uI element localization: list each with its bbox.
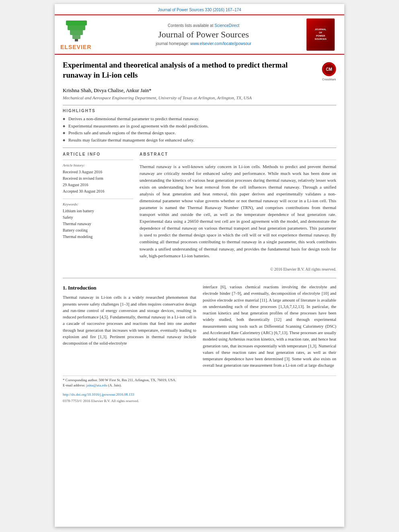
footnote-section: * Corresponding author. 500 W First St, …: [63, 376, 336, 403]
svg-rect-4: [66, 21, 87, 25]
divider-article-info: [63, 160, 133, 160]
divider-before-body: [63, 278, 336, 278]
abstract-text: Thermal runaway is a well-known safety c…: [140, 163, 336, 272]
received-date: Received 3 August 2016: [63, 169, 133, 175]
divider-keywords: [63, 199, 133, 199]
crossmark-badge[interactable]: CM CrossMark: [322, 62, 336, 81]
keywords-label: Keywords:: [63, 202, 133, 206]
abstract-label: ABSTRACT: [140, 152, 336, 156]
journal-thumbnail-area: JOURNAL OF POWER SOURCES: [306, 18, 339, 51]
article-page: Journal of Power Sources 330 (2016) 167–…: [55, 4, 344, 527]
article-info-abstract-cols: ARTICLE INFO Article history: Received 3…: [63, 152, 336, 272]
elsevier-brand-text: ELSEVIER: [60, 44, 91, 50]
accepted-date: Accepted 30 August 2016: [63, 188, 133, 195]
article-title: Experimental and theoretical analysis of…: [63, 60, 318, 80]
journal-citation-link[interactable]: Journal of Power Sources 330 (2016) 167–…: [158, 8, 241, 12]
elsevier-tree-icon: [60, 19, 93, 43]
intro-heading: 1. Introduction: [63, 284, 196, 292]
authors-line: Krishna Shah, Divya Chalise, Ankur Jain*: [63, 87, 336, 94]
keywords-section: Keywords: Lithium ion battery Safety The…: [63, 202, 133, 240]
journal-homepage: journal homepage: www.elsevier.com/locat…: [105, 41, 302, 46]
science-direct-text: Contents lists available at ScienceDirec…: [105, 23, 302, 28]
body-col-right: interface [6], various chemical reaction…: [203, 284, 336, 372]
highlight-item: Experimental measurements are in good ag…: [63, 123, 336, 129]
article-history: Received 3 August 2016 Received in revis…: [63, 169, 133, 195]
journal-title-area: Contents lists available at ScienceDirec…: [101, 23, 306, 46]
article-info-label: ARTICLE INFO: [63, 152, 133, 156]
elsevier-logo-area: ELSEVIER: [60, 19, 101, 50]
history-label: Article history:: [63, 163, 133, 167]
affiliation-line: Mechanical and Aerospace Engineering Dep…: [63, 95, 336, 100]
received-revised-label: Received in revised form: [63, 175, 133, 182]
science-direct-link[interactable]: ScienceDirect: [214, 23, 239, 28]
journal-cover-thumb: JOURNAL OF POWER SOURCES: [306, 18, 335, 51]
keyword-4: Battery cooling: [63, 227, 133, 234]
highlights-list: Derives a non-dimensional thermal parame…: [63, 115, 336, 144]
body-cols: 1. Introduction Thermal runaway in Li-io…: [63, 284, 336, 372]
footnote-corresponding: * Corresponding author. 500 W First St, …: [63, 378, 336, 383]
keyword-5: Thermal modeling: [63, 234, 133, 240]
abstract-col: ABSTRACT Thermal runaway is a well-known…: [140, 152, 336, 272]
highlight-item: Derives a non-dimensional thermal parame…: [63, 115, 336, 122]
crossmark-icon: CM: [322, 62, 336, 76]
highlights-label: HIGHLIGHTS: [63, 109, 336, 113]
revised-date: 29 August 2016: [63, 182, 133, 188]
highlight-item: Results may facilitate thermal managemen…: [63, 137, 336, 144]
intro-para1: Thermal runaway in Li-ion cells is a wid…: [63, 294, 196, 347]
svg-rect-2: [70, 29, 83, 35]
highlight-item: Predicts safe and unsafe regions of the …: [63, 129, 336, 136]
divider-after-affiliation: [63, 105, 336, 105]
doi-link[interactable]: http://dx.doi.org/10.1016/j.jpowsour.201…: [63, 392, 134, 396]
journal-homepage-link[interactable]: www.elsevier.com/locate/jpowsour: [190, 41, 251, 46]
issn-copyright: 0378-7753/© 2016 Elsevier B.V. All right…: [63, 399, 336, 403]
abstract-copyright: © 2016 Elsevier B.V. All rights reserved…: [140, 266, 336, 273]
journal-header: ELSEVIER Contents lists available at Sci…: [55, 15, 344, 55]
email-link[interactable]: jaina@uta.edu: [86, 383, 107, 387]
journal-title: Journal of Power Sources: [105, 29, 302, 40]
article-history-section: Article history: Received 3 August 2016 …: [63, 163, 133, 195]
svg-text:CM: CM: [326, 67, 332, 72]
body-col-left: 1. Introduction Thermal runaway in Li-io…: [63, 284, 196, 372]
article-info-col: ARTICLE INFO Article history: Received 3…: [63, 152, 133, 272]
keyword-2: Safety: [63, 214, 133, 221]
divider-abstract: [140, 160, 336, 160]
keyword-3: Thermal runaway: [63, 221, 133, 227]
journal-top-bar: Journal of Power Sources 330 (2016) 167–…: [55, 4, 344, 15]
article-content-area: Experimental and theoretical analysis of…: [55, 55, 344, 409]
intro-para1-right: interface [6], various chemical reaction…: [203, 284, 336, 369]
divider-after-highlights: [63, 148, 336, 148]
keyword-1: Lithium ion battery: [63, 208, 133, 214]
footnote-email: E-mail address: jaina@uta.edu (A. Jain).: [63, 383, 336, 388]
svg-rect-3: [68, 25, 85, 30]
